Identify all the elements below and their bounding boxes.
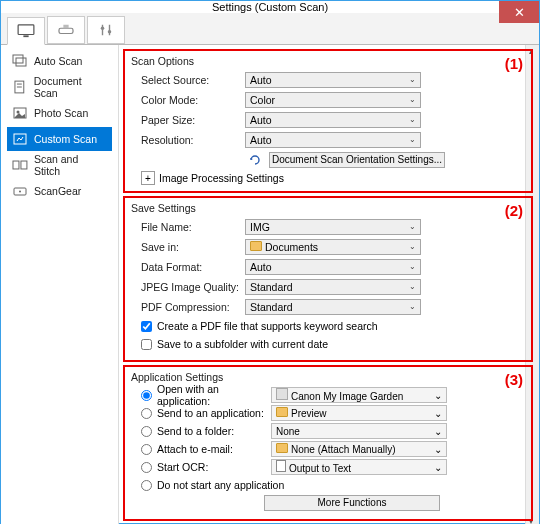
select-source-label: Select Source: <box>131 74 245 86</box>
top-tabbar <box>1 13 539 45</box>
chevron-down-icon: ⌄ <box>409 262 416 271</box>
color-mode-dropdown[interactable]: Color⌄ <box>245 92 421 108</box>
svg-point-6 <box>101 27 105 31</box>
dropdown-value: None <box>276 426 300 437</box>
do-not-start-radio[interactable] <box>141 480 152 491</box>
close-button[interactable]: ✕ <box>499 1 539 23</box>
svg-rect-3 <box>63 25 68 29</box>
sidebar: Auto Scan Document Scan Photo Scan Custo… <box>1 45 119 524</box>
send-to-app-dropdown[interactable]: Preview⌄ <box>271 405 447 421</box>
field-value: IMG <box>250 221 270 233</box>
keyword-search-label: Create a PDF file that supports keyword … <box>157 320 378 332</box>
subfolder-date-checkbox[interactable] <box>141 339 152 350</box>
open-with-app-dropdown[interactable]: Canon My Image Garden⌄ <box>271 387 447 403</box>
sidebar-item-label: Auto Scan <box>34 55 82 67</box>
send-to-folder-label: Send to a folder: <box>157 425 271 437</box>
document-icon <box>12 80 28 94</box>
start-ocr-radio[interactable] <box>141 462 152 473</box>
start-ocr-dropdown[interactable]: Output to Text⌄ <box>271 459 447 475</box>
chevron-down-icon: ⌄ <box>434 408 442 419</box>
select-source-dropdown[interactable]: Auto⌄ <box>245 72 421 88</box>
scan-options-title: Scan Options <box>131 55 525 67</box>
open-with-app-radio[interactable] <box>141 390 152 401</box>
sidebar-item-document-scan[interactable]: Document Scan <box>7 75 112 99</box>
sidebar-item-auto-scan[interactable]: Auto Scan <box>7 49 112 73</box>
dropdown-value: Canon My Image Garden <box>291 391 403 402</box>
send-to-folder-radio[interactable] <box>141 426 152 437</box>
dropdown-value: Standard <box>250 301 293 313</box>
sidebar-item-label: Custom Scan <box>34 133 97 145</box>
panel-number-3: (3) <box>505 371 523 388</box>
title-bar: Settings (Custom Scan) ✕ <box>1 1 539 13</box>
send-to-folder-dropdown[interactable]: None⌄ <box>271 423 447 439</box>
jpeg-quality-dropdown[interactable]: Standard⌄ <box>245 279 421 295</box>
dropdown-value: Standard <box>250 281 293 293</box>
dropdown-value: Auto <box>250 114 272 126</box>
save-in-dropdown[interactable]: Documents⌄ <box>245 239 421 255</box>
more-functions-button[interactable]: More Functions <box>264 495 440 511</box>
sidebar-item-custom-scan[interactable]: Custom Scan <box>7 127 112 151</box>
chevron-down-icon: ⌄ <box>434 444 442 455</box>
expand-image-processing-button[interactable]: + <box>141 171 155 185</box>
svg-rect-16 <box>13 161 19 169</box>
photo-icon <box>12 106 28 120</box>
scanner-icon <box>57 23 75 37</box>
pdf-compression-label: PDF Compression: <box>131 301 245 313</box>
pdf-compression-dropdown[interactable]: Standard⌄ <box>245 299 421 315</box>
dropdown-value: Auto <box>250 261 272 273</box>
image-processing-label: Image Processing Settings <box>159 172 284 184</box>
dropdown-value: None (Attach Manually) <box>291 444 396 455</box>
save-in-label: Save in: <box>131 241 245 253</box>
scan-options-panel: (1) Scan Options Select Source:Auto⌄ Col… <box>123 49 533 193</box>
sidebar-item-scangear[interactable]: ScanGear <box>7 179 112 203</box>
tab-scan-from-computer[interactable] <box>7 17 45 45</box>
chevron-down-icon: ⌄ <box>409 95 416 104</box>
file-name-field[interactable]: IMG⌄ <box>245 219 421 235</box>
file-name-label: File Name: <box>131 221 245 233</box>
svg-rect-9 <box>16 58 26 66</box>
resolution-dropdown[interactable]: Auto⌄ <box>245 132 421 148</box>
window-title: Settings (Custom Scan) <box>212 1 328 13</box>
chevron-down-icon: ⌄ <box>434 462 442 473</box>
sidebar-item-label: Document Scan <box>34 75 107 99</box>
svg-rect-1 <box>23 35 28 37</box>
tab-general-settings[interactable] <box>87 16 125 44</box>
resolution-label: Resolution: <box>131 134 245 146</box>
settings-content: (1) Scan Options Select Source:Auto⌄ Col… <box>119 45 539 524</box>
paper-size-dropdown[interactable]: Auto⌄ <box>245 112 421 128</box>
chevron-down-icon: ⌄ <box>409 75 416 84</box>
folder-icon <box>250 241 262 251</box>
start-ocr-label: Start OCR: <box>157 461 271 473</box>
orientation-settings-button[interactable]: Document Scan Orientation Settings... <box>269 152 445 168</box>
sidebar-item-photo-scan[interactable]: Photo Scan <box>7 101 112 125</box>
document-icon <box>276 460 286 472</box>
sidebar-item-label: Scan and Stitch <box>34 153 107 177</box>
data-format-dropdown[interactable]: Auto⌄ <box>245 259 421 275</box>
jpeg-quality-label: JPEG Image Quality: <box>131 281 245 293</box>
sidebar-item-scan-and-stitch[interactable]: Scan and Stitch <box>7 153 112 177</box>
save-settings-title: Save Settings <box>131 202 525 214</box>
chevron-down-icon: ⌄ <box>409 242 416 251</box>
subfolder-date-label: Save to a subfolder with current date <box>157 338 328 350</box>
panel-number-1: (1) <box>505 55 523 72</box>
keyword-search-checkbox[interactable] <box>141 321 152 332</box>
folder-icon <box>276 407 288 417</box>
attach-email-dropdown[interactable]: None (Attach Manually)⌄ <box>271 441 447 457</box>
tab-scan-from-panel[interactable] <box>47 16 85 44</box>
chevron-down-icon: ⌄ <box>409 302 416 311</box>
sidebar-item-label: ScanGear <box>34 185 81 197</box>
paper-size-label: Paper Size: <box>131 114 245 126</box>
svg-rect-0 <box>18 25 34 35</box>
application-settings-panel: (3) Application Settings Open with an ap… <box>123 365 533 521</box>
color-mode-label: Color Mode: <box>131 94 245 106</box>
dropdown-value: Color <box>250 94 275 106</box>
custom-icon <box>12 132 28 146</box>
refresh-icon[interactable] <box>245 152 265 167</box>
send-to-app-label: Send to an application: <box>157 407 271 419</box>
stitch-icon <box>12 158 28 172</box>
application-settings-title: Application Settings <box>131 371 525 383</box>
send-to-app-radio[interactable] <box>141 408 152 419</box>
chevron-down-icon: ⌄ <box>409 135 416 144</box>
folder-icon <box>276 443 288 453</box>
attach-email-radio[interactable] <box>141 444 152 455</box>
